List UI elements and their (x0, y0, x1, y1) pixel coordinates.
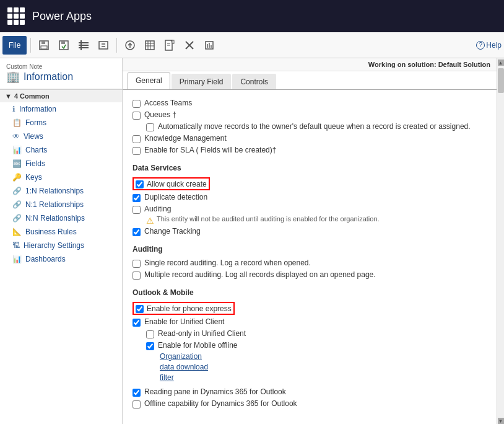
enable-sla-label: Enable for SLA ( Fields will be created)… (144, 146, 276, 154)
separator-2 (116, 38, 117, 53)
enable-unified-client-row: Enable for Unified Client (133, 316, 487, 328)
svg-rect-27 (207, 44, 208, 48)
offline-capability-checkbox[interactable] (133, 400, 141, 409)
sidebar-item-n1-relationships[interactable]: 🔗 N:1 Relationships (0, 198, 122, 211)
svg-rect-29 (211, 45, 212, 48)
queues-checkbox[interactable] (133, 112, 141, 120)
outlook-mobile-title: Outlook & Mobile (133, 288, 487, 297)
change-tracking-label: Change Tracking (144, 227, 201, 236)
reading-pane-checkbox[interactable] (133, 389, 141, 397)
svg-rect-5 (79, 42, 89, 43)
duplicate-detection-label: Duplicate detection (144, 193, 207, 201)
knowledge-mgmt-checkbox[interactable] (133, 135, 141, 143)
working-solution-header: Working on solution: Default Solution (123, 58, 497, 71)
read-only-unified-checkbox[interactable] (146, 330, 154, 338)
sidebar-item-keys[interactable]: 🔑 Keys (0, 170, 122, 184)
auditing-title: Auditing (133, 245, 487, 254)
enable-mobile-offline-checkbox[interactable] (146, 342, 154, 350)
save-button[interactable] (35, 37, 53, 53)
sidebar-item-1n-relationships[interactable]: 🔗 1:N Relationships (0, 184, 122, 198)
sidebar-item-hierarchy-settings[interactable]: 🏗 Hierarchy Settings (0, 239, 122, 252)
dashboards-icon: 📊 (12, 255, 22, 263)
enable-sla-checkbox[interactable] (133, 147, 141, 155)
multi-record-auditing-checkbox[interactable] (133, 272, 141, 280)
allow-quick-create-row: Allow quick create (133, 176, 487, 192)
sidebar-item-charts[interactable]: 📊 Charts (0, 143, 122, 157)
change-tracking-row: Change Tracking (133, 226, 487, 237)
svg-rect-2 (41, 46, 47, 49)
enable-unified-client-label: Enable for Unified Client (144, 317, 224, 326)
allow-quick-create-checkbox[interactable] (136, 180, 144, 188)
read-only-unified-container: Read-only in Unified Client (146, 328, 487, 340)
auditing-checkbox[interactable] (133, 206, 141, 214)
content-area: Working on solution: Default Solution Ge… (123, 58, 497, 424)
enable-mobile-offline-label: Enable for Mobile offline (158, 341, 238, 350)
auto-move-checkbox[interactable] (146, 123, 154, 131)
svg-rect-6 (79, 45, 89, 46)
org-data-link[interactable]: Organization data download filter (160, 351, 487, 382)
auto-move-label: Automatically move records to the owner'… (158, 122, 471, 131)
help-icon: ? (476, 41, 485, 50)
sidebar-item-information[interactable]: ℹ Information (0, 102, 122, 116)
help-button[interactable]: ? Help (476, 41, 502, 50)
sidebar-item-nn-relationships[interactable]: 🔗 N:N Relationships (0, 211, 122, 225)
app-title: Power Apps (32, 10, 92, 23)
queues-row: Queues † (133, 109, 487, 121)
auditing-checkbox-row: Auditing (133, 203, 487, 215)
deactivate-button[interactable] (94, 37, 113, 53)
entity-title: 🏢 Information (6, 70, 116, 84)
allow-quick-create-highlight: Allow quick create (133, 177, 210, 190)
scrollbar[interactable]: ▲ ▼ (497, 58, 504, 424)
delete-button[interactable] (180, 37, 199, 53)
run-report-button[interactable] (200, 37, 219, 53)
read-only-unified-label: Read-only in Unified Client (158, 329, 246, 338)
auto-move-row: Automatically move records to the owner'… (146, 121, 487, 133)
svg-rect-4 (61, 41, 65, 44)
charts-icon: 📊 (12, 146, 22, 154)
sidebar-item-forms[interactable]: 📋 Forms (0, 116, 122, 130)
warning-icon: ⚠ (146, 216, 154, 226)
tab-controls[interactable]: Controls (232, 74, 276, 89)
business-rules-icon: 📐 (12, 227, 22, 236)
sidebar-item-fields[interactable]: 🔤 Fields (0, 157, 122, 170)
save-publish-button[interactable] (54, 37, 73, 53)
access-teams-label: Access Teams (144, 99, 192, 107)
svg-rect-1 (41, 41, 45, 44)
collapse-icon: ▼ (5, 92, 12, 100)
fields-icon: 🔤 (12, 159, 22, 168)
access-teams-row: Access Teams (133, 97, 487, 109)
duplicate-detection-checkbox[interactable] (133, 194, 141, 202)
sidebar-section-common[interactable]: ▼ 4 Common (0, 89, 122, 102)
tab-primary-field[interactable]: Primary Field (172, 74, 232, 89)
file-button[interactable]: File (2, 36, 27, 55)
duplicate-detection-row: Duplicate detection (133, 192, 487, 203)
activate-button[interactable] (74, 37, 93, 53)
tabs-container: General Primary Field Controls (123, 71, 497, 90)
sidebar-item-business-rules[interactable]: 📐 Business Rules (0, 225, 122, 239)
allow-quick-create-label: Allow quick create (147, 180, 207, 188)
offline-capability-row: Offline capability for Dynamics 365 for … (133, 398, 487, 410)
enable-unified-client-checkbox[interactable] (133, 319, 141, 327)
change-tracking-checkbox[interactable] (133, 228, 141, 236)
multi-record-auditing-label: Multiple record auditing. Log all record… (144, 270, 376, 279)
table-button[interactable] (141, 37, 159, 53)
single-record-auditing-checkbox[interactable] (133, 260, 141, 268)
top-bar: Power Apps (0, 0, 504, 32)
publish-button[interactable] (121, 37, 139, 53)
auditing-checkbox-label: Auditing (144, 205, 171, 213)
form-content: Access Teams Queues † Automatically move… (123, 90, 497, 424)
multi-record-auditing-row: Multiple record auditing. Log all record… (133, 269, 487, 281)
enable-phone-express-checkbox[interactable] (136, 305, 144, 313)
enable-sla-row: Enable for SLA ( Fields will be created)… (133, 144, 487, 156)
enable-mobile-offline-container: Enable for Mobile offline (146, 340, 487, 351)
waffle-icon[interactable] (7, 7, 25, 25)
sidebar-item-dashboards[interactable]: 📊 Dashboards (0, 252, 122, 266)
svg-rect-28 (209, 43, 210, 48)
tab-general[interactable]: General (128, 73, 170, 89)
sidebar-item-views[interactable]: 👁 Views (0, 130, 122, 143)
enable-phone-express-row: Enable for phone express (133, 301, 487, 316)
nn-icon: 🔗 (12, 214, 22, 223)
word-template-button[interactable] (160, 37, 179, 53)
access-teams-checkbox[interactable] (133, 100, 141, 108)
svg-rect-21 (172, 40, 174, 43)
